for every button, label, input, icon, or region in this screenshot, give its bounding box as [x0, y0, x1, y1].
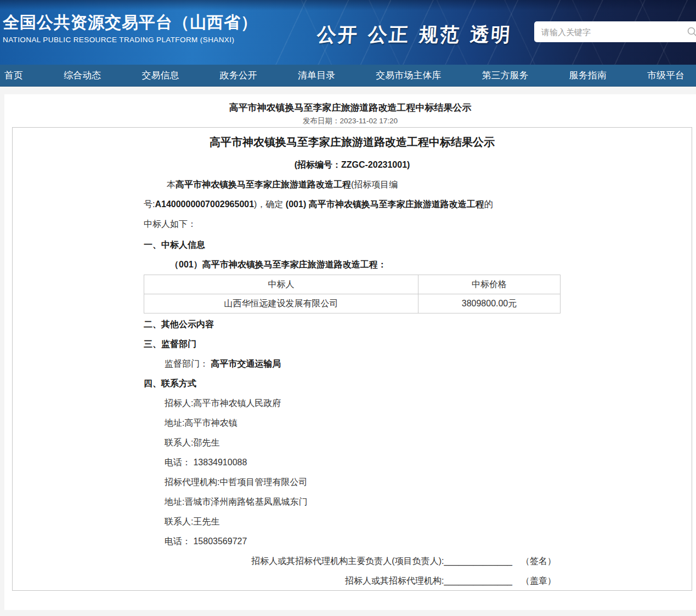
nav-item-1[interactable]: 首页 [4, 69, 23, 82]
section-heading-contact: 四、联系方式 [144, 374, 561, 393]
slogan-word-1: 公开 [316, 22, 359, 48]
contact-line-5: 招标代理机构:中哲项目管理有限公司 [144, 472, 561, 492]
announcement-title: 高平市神农镇换马至李家庄旅游道路改造工程中标结果公示 [144, 132, 561, 152]
search-icon[interactable] [687, 26, 696, 37]
announcement-panel: 高平市神农镇换马至李家庄旅游道路改造工程中标结果公示 (招标编号：ZZGC-20… [12, 127, 692, 591]
signature-line-2: 招标人或其招标代理机构:______________ （盖章） [144, 571, 561, 591]
section-heading-supervisor: 三、监督部门 [144, 334, 561, 354]
nav-item-3[interactable]: 交易信息 [142, 69, 179, 82]
nav-item-6[interactable]: 交易市场主体库 [376, 69, 441, 82]
search-box[interactable] [534, 21, 696, 42]
project-subheading: （001）高平市神农镇换马至李家庄旅游道路改造工程： [144, 255, 561, 275]
award-table-header-row: 中标人中标价格 [144, 275, 561, 294]
contact-block: 招标人:高平市神农镇人民政府地址:高平市神农镇联系人:邵先生电话： 138349… [144, 393, 561, 551]
section-heading-other: 二、其他公示内容 [144, 315, 561, 334]
section-heading-winner-info: 一、中标人信息 [144, 235, 561, 255]
main-navigation: 首页综合动态交易信息政务公开清单目录交易市场主体库第三方服务服务指南市级平台 [0, 65, 696, 87]
contact-line-4: 电话： 13834910088 [144, 453, 561, 472]
award-table-header-cell: 中标价格 [418, 275, 561, 294]
nav-item-7[interactable]: 第三方服务 [482, 69, 529, 82]
supervisor-line: 监督部门： 高平市交通运输局 [144, 354, 561, 374]
intro-line: 本高平市神农镇换马至李家庄旅游道路改造工程(招标项目编 [144, 175, 561, 195]
supervisor-value: 高平市交通运输局 [211, 359, 281, 368]
publish-date-value: 2023-11-02 17:20 [339, 117, 398, 125]
signature-block: 招标人或其招标代理机构主要负责人(项目负责人):______________ （… [144, 551, 561, 591]
nav-item-4[interactable]: 政务公开 [220, 69, 257, 82]
nav-item-2[interactable]: 综合动态 [64, 69, 101, 82]
contact-line-7: 联系人:王先生 [144, 512, 561, 532]
winner-price-cell: 3809800.00元 [418, 294, 561, 313]
intro-paragraph: 本高平市神农镇换马至李家庄旅游道路改造工程(招标项目编号:A1400000007… [144, 175, 561, 234]
site-header: 全国公共资源交易平台（山西省） NATIONAL PUBLIC RESOURCE… [0, 0, 696, 65]
award-table: 中标人中标价格山西华恒远建设发展有限公司3809800.00元 [144, 275, 561, 313]
content-area: 高平市神农镇换马至李家庄旅游道路改造工程中标结果公示 发布日期：2023-11-… [4, 94, 696, 610]
site-logo: 全国公共资源交易平台（山西省） NATIONAL PUBLIC RESOURCE… [3, 13, 258, 44]
nav-item-9[interactable]: 市级平台 [647, 69, 684, 82]
announcement-body: 高平市神农镇换马至李家庄旅游道路改造工程中标结果公示 (招标编号：ZZGC-20… [144, 132, 561, 591]
contact-line-6: 地址:晋城市泽州南路铭基凤凰城东门 [144, 492, 561, 512]
award-table-row: 山西华恒远建设发展有限公司3809800.00元 [144, 294, 561, 313]
contact-line-3: 联系人:邵先生 [144, 433, 561, 453]
slogan-word-4: 透明 [469, 22, 512, 48]
signature-line-1: 招标人或其招标代理机构主要负责人(项目负责人):______________ （… [144, 551, 561, 571]
slogan-word-3: 规范 [418, 22, 461, 48]
publish-date-label: 发布日期： [303, 117, 340, 125]
contact-line-1: 招标人:高平市神农镇人民政府 [144, 393, 561, 413]
winner-name-cell: 山西华恒远建设发展有限公司 [144, 294, 418, 313]
intro-line: 号:A1400000007002965001)，确定 (001) 高平市神农镇换… [144, 195, 561, 214]
publish-date: 发布日期：2023-11-02 17:20 [4, 116, 696, 126]
search-input[interactable] [534, 27, 696, 37]
award-table-header-cell: 中标人 [144, 275, 418, 294]
slogan-word-2: 公正 [367, 22, 410, 48]
contact-line-2: 地址:高平市神农镇 [144, 413, 561, 433]
tender-number: (招标编号：ZZGC-20231001) [144, 155, 561, 175]
nav-item-5[interactable]: 清单目录 [298, 69, 335, 82]
page-title: 高平市神农镇换马至李家庄旅游道路改造工程中标结果公示 [4, 102, 696, 114]
slogan-banner: 公开公正规范透明 [317, 22, 521, 48]
site-title-en: NATIONAL PUBLIC RESOURCE TRADING PLATFOR… [3, 36, 258, 44]
site-title-cn: 全国公共资源交易平台（山西省） [3, 13, 258, 32]
intro-line: 中标人如下： [144, 214, 561, 234]
contact-line-8: 电话： 15803569727 [144, 532, 561, 551]
supervisor-label: 监督部门： [165, 359, 211, 368]
nav-item-8[interactable]: 服务指南 [569, 69, 607, 82]
